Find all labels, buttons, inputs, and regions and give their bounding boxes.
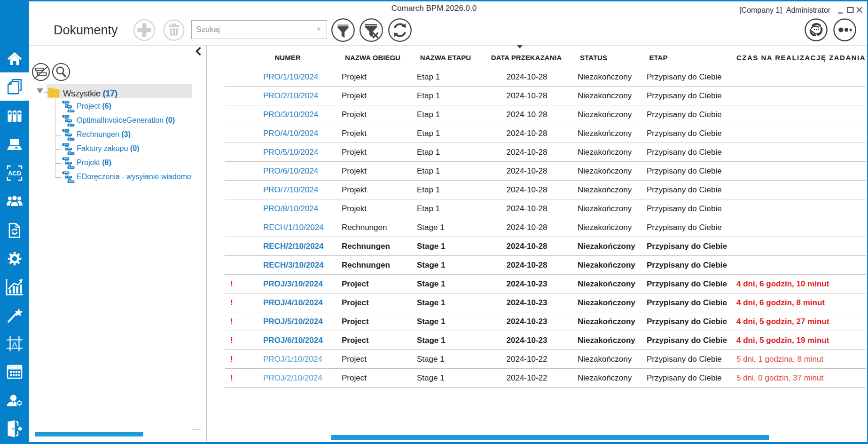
svg-text:A: A [12, 340, 17, 348]
svg-text:ACD: ACD [8, 170, 21, 177]
